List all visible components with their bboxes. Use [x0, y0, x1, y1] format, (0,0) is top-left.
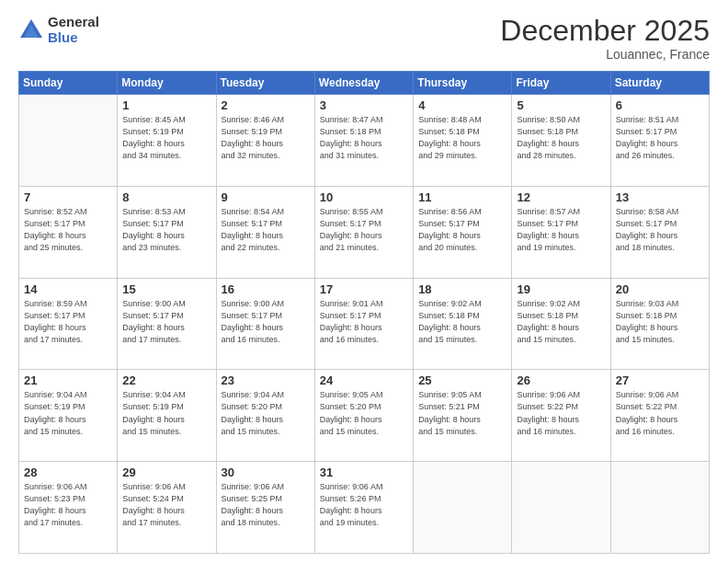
day-number: 15 [122, 282, 210, 296]
table-row: 28Sunrise: 9:06 AM Sunset: 5:23 PM Dayli… [19, 462, 118, 554]
table-row: 21Sunrise: 9:04 AM Sunset: 5:19 PM Dayli… [19, 370, 118, 462]
day-info: Sunrise: 9:04 AM Sunset: 5:19 PM Dayligh… [24, 389, 112, 437]
day-number: 18 [418, 282, 506, 296]
table-row: 5Sunrise: 8:50 AM Sunset: 5:18 PM Daylig… [512, 95, 610, 187]
day-info: Sunrise: 8:54 AM Sunset: 5:17 PM Dayligh… [222, 206, 310, 254]
logo-icon [18, 17, 44, 43]
calendar-row-4: 28Sunrise: 9:06 AM Sunset: 5:23 PM Dayli… [19, 462, 710, 554]
table-row: 3Sunrise: 8:47 AM Sunset: 5:18 PM Daylig… [314, 95, 413, 187]
day-number: 4 [418, 98, 506, 112]
table-row: 13Sunrise: 8:58 AM Sunset: 5:17 PM Dayli… [610, 186, 709, 278]
table-row: 10Sunrise: 8:55 AM Sunset: 5:17 PM Dayli… [314, 186, 413, 278]
col-wednesday: Wednesday [314, 72, 413, 95]
col-tuesday: Tuesday [216, 72, 314, 95]
day-info: Sunrise: 8:51 AM Sunset: 5:17 PM Dayligh… [616, 114, 704, 162]
day-info: Sunrise: 9:01 AM Sunset: 5:17 PM Dayligh… [320, 298, 408, 346]
day-number: 8 [122, 190, 210, 204]
location-subtitle: Louannec, France [500, 47, 710, 62]
table-row: 30Sunrise: 9:06 AM Sunset: 5:25 PM Dayli… [216, 462, 314, 554]
day-info: Sunrise: 9:02 AM Sunset: 5:18 PM Dayligh… [517, 298, 605, 346]
table-row: 23Sunrise: 9:04 AM Sunset: 5:20 PM Dayli… [216, 370, 314, 462]
day-number: 6 [616, 98, 704, 112]
title-area: December 2025 Louannec, France [500, 15, 710, 62]
table-row: 27Sunrise: 9:06 AM Sunset: 5:22 PM Dayli… [610, 370, 709, 462]
table-row [512, 462, 610, 554]
table-row [414, 462, 512, 554]
day-info: Sunrise: 8:50 AM Sunset: 5:18 PM Dayligh… [517, 114, 605, 162]
day-info: Sunrise: 9:06 AM Sunset: 5:26 PM Dayligh… [320, 481, 408, 529]
day-number: 16 [222, 282, 310, 296]
calendar-row-1: 7Sunrise: 8:52 AM Sunset: 5:17 PM Daylig… [19, 186, 710, 278]
table-row [19, 95, 118, 187]
calendar-row-0: 1Sunrise: 8:45 AM Sunset: 5:19 PM Daylig… [19, 95, 710, 187]
day-number: 13 [616, 190, 704, 204]
table-row: 6Sunrise: 8:51 AM Sunset: 5:17 PM Daylig… [610, 95, 709, 187]
day-info: Sunrise: 8:55 AM Sunset: 5:17 PM Dayligh… [320, 206, 408, 254]
col-monday: Monday [118, 72, 216, 95]
table-row: 26Sunrise: 9:06 AM Sunset: 5:22 PM Dayli… [512, 370, 610, 462]
day-info: Sunrise: 9:04 AM Sunset: 5:19 PM Dayligh… [122, 389, 210, 437]
day-info: Sunrise: 8:53 AM Sunset: 5:17 PM Dayligh… [122, 206, 210, 254]
table-row: 18Sunrise: 9:02 AM Sunset: 5:18 PM Dayli… [414, 278, 512, 370]
day-number: 12 [517, 190, 605, 204]
table-row: 2Sunrise: 8:46 AM Sunset: 5:19 PM Daylig… [216, 95, 314, 187]
day-number: 23 [222, 373, 310, 387]
col-friday: Friday [512, 72, 610, 95]
day-number: 28 [24, 465, 112, 479]
logo-text: General Blue [48, 15, 99, 45]
day-info: Sunrise: 8:45 AM Sunset: 5:19 PM Dayligh… [122, 114, 210, 162]
day-number: 9 [222, 190, 310, 204]
logo-blue-text: Blue [48, 30, 99, 46]
day-number: 14 [24, 282, 112, 296]
day-info: Sunrise: 8:57 AM Sunset: 5:17 PM Dayligh… [517, 206, 605, 254]
col-thursday: Thursday [414, 72, 512, 95]
table-row: 15Sunrise: 9:00 AM Sunset: 5:17 PM Dayli… [118, 278, 216, 370]
calendar-row-3: 21Sunrise: 9:04 AM Sunset: 5:19 PM Dayli… [19, 370, 710, 462]
table-row: 9Sunrise: 8:54 AM Sunset: 5:17 PM Daylig… [216, 186, 314, 278]
day-info: Sunrise: 9:00 AM Sunset: 5:17 PM Dayligh… [222, 298, 310, 346]
table-row: 12Sunrise: 8:57 AM Sunset: 5:17 PM Dayli… [512, 186, 610, 278]
table-row: 24Sunrise: 9:05 AM Sunset: 5:20 PM Dayli… [314, 370, 413, 462]
day-info: Sunrise: 9:03 AM Sunset: 5:18 PM Dayligh… [616, 298, 704, 346]
col-sunday: Sunday [19, 72, 118, 95]
day-info: Sunrise: 8:58 AM Sunset: 5:17 PM Dayligh… [616, 206, 704, 254]
col-saturday: Saturday [610, 72, 709, 95]
header: General Blue December 2025 Louannec, Fra… [18, 15, 710, 62]
table-row [610, 462, 709, 554]
day-number: 24 [320, 373, 408, 387]
page: General Blue December 2025 Louannec, Fra… [0, 0, 728, 563]
table-row: 20Sunrise: 9:03 AM Sunset: 5:18 PM Dayli… [610, 278, 709, 370]
logo: General Blue [18, 15, 99, 45]
day-number: 21 [24, 373, 112, 387]
day-number: 25 [418, 373, 506, 387]
month-title: December 2025 [500, 15, 710, 47]
day-info: Sunrise: 8:48 AM Sunset: 5:18 PM Dayligh… [418, 114, 506, 162]
day-number: 26 [517, 373, 605, 387]
day-number: 30 [222, 465, 310, 479]
calendar-row-2: 14Sunrise: 8:59 AM Sunset: 5:17 PM Dayli… [19, 278, 710, 370]
table-row: 1Sunrise: 8:45 AM Sunset: 5:19 PM Daylig… [118, 95, 216, 187]
day-info: Sunrise: 8:59 AM Sunset: 5:17 PM Dayligh… [24, 298, 112, 346]
day-number: 20 [616, 282, 704, 296]
day-info: Sunrise: 8:47 AM Sunset: 5:18 PM Dayligh… [320, 114, 408, 162]
day-info: Sunrise: 9:05 AM Sunset: 5:21 PM Dayligh… [418, 389, 506, 437]
calendar-header-row: Sunday Monday Tuesday Wednesday Thursday… [19, 72, 710, 95]
table-row: 29Sunrise: 9:06 AM Sunset: 5:24 PM Dayli… [118, 462, 216, 554]
day-number: 1 [122, 98, 210, 112]
table-row: 14Sunrise: 8:59 AM Sunset: 5:17 PM Dayli… [19, 278, 118, 370]
logo-general-text: General [48, 15, 99, 30]
day-info: Sunrise: 9:05 AM Sunset: 5:20 PM Dayligh… [320, 389, 408, 437]
day-info: Sunrise: 9:06 AM Sunset: 5:22 PM Dayligh… [616, 389, 704, 437]
day-info: Sunrise: 8:46 AM Sunset: 5:19 PM Dayligh… [222, 114, 310, 162]
day-number: 5 [517, 98, 605, 112]
table-row: 25Sunrise: 9:05 AM Sunset: 5:21 PM Dayli… [414, 370, 512, 462]
day-number: 2 [222, 98, 310, 112]
table-row: 31Sunrise: 9:06 AM Sunset: 5:26 PM Dayli… [314, 462, 413, 554]
table-row: 8Sunrise: 8:53 AM Sunset: 5:17 PM Daylig… [118, 186, 216, 278]
calendar-table: Sunday Monday Tuesday Wednesday Thursday… [18, 71, 710, 554]
day-number: 17 [320, 282, 408, 296]
table-row: 7Sunrise: 8:52 AM Sunset: 5:17 PM Daylig… [19, 186, 118, 278]
table-row: 17Sunrise: 9:01 AM Sunset: 5:17 PM Dayli… [314, 278, 413, 370]
day-number: 7 [24, 190, 112, 204]
table-row: 22Sunrise: 9:04 AM Sunset: 5:19 PM Dayli… [118, 370, 216, 462]
